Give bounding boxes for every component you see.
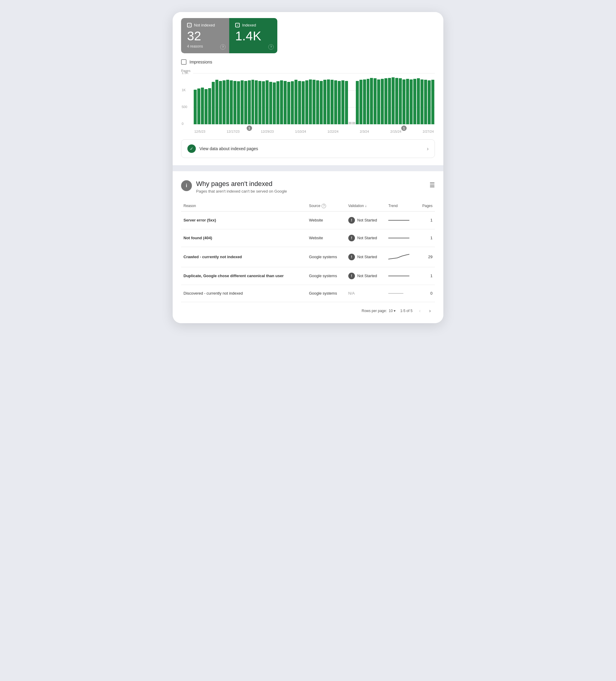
prev-page-button[interactable]: ‹ bbox=[417, 307, 422, 315]
validation-icon-3: ! bbox=[348, 273, 355, 279]
bar-57 bbox=[399, 78, 402, 124]
impressions-row: Impressions bbox=[181, 59, 435, 65]
grid-label-0: 0 bbox=[182, 122, 183, 125]
bar-17 bbox=[255, 80, 258, 124]
bar-9 bbox=[226, 80, 229, 124]
reason-cell-1: Not found (404) bbox=[181, 229, 307, 247]
bar-20 bbox=[265, 80, 268, 124]
trend-cell-2 bbox=[386, 247, 417, 267]
chart-y-label: Pages bbox=[181, 69, 435, 73]
bar-2 bbox=[201, 87, 204, 124]
info-circle-icon: i bbox=[181, 180, 192, 191]
next-page-button[interactable]: › bbox=[428, 307, 433, 315]
not-indexed-checkbox[interactable] bbox=[187, 23, 191, 27]
bar-14 bbox=[244, 81, 247, 125]
bar-18 bbox=[258, 81, 261, 125]
col-trend: Trend bbox=[386, 201, 417, 211]
bar-54 bbox=[388, 78, 391, 125]
validation-cell-0: !Not Started bbox=[346, 211, 386, 229]
indexed-checkbox[interactable] bbox=[235, 23, 240, 27]
x-label-7: 2/27/24 bbox=[422, 130, 434, 133]
bar-51 bbox=[377, 79, 380, 125]
bar-66 bbox=[431, 80, 434, 124]
bar-55 bbox=[392, 77, 394, 124]
col-reason: Reason bbox=[181, 201, 307, 211]
bar-25 bbox=[284, 81, 287, 125]
impressions-checkbox[interactable] bbox=[181, 59, 186, 65]
not-indexed-help-icon[interactable]: ? bbox=[220, 44, 226, 50]
grid-label-1k: 1K bbox=[182, 88, 186, 92]
trend-cell-1 bbox=[386, 229, 417, 247]
not-indexed-tab[interactable]: Not indexed 32 4 reasons ? bbox=[181, 18, 229, 53]
indexed-count: 1.4K bbox=[235, 29, 270, 43]
bar-44 bbox=[352, 122, 355, 125]
page-info: 1-5 of 5 bbox=[400, 309, 413, 313]
validation-icon-0: ! bbox=[348, 217, 355, 224]
rows-per-page: Rows per page: 10 ▾ bbox=[362, 309, 395, 313]
not-indexed-count: 32 bbox=[187, 29, 222, 43]
validation-cell-3: !Not Started bbox=[346, 267, 386, 285]
source-cell-0: Website bbox=[307, 211, 346, 229]
view-data-text: View data about indexed pages bbox=[199, 146, 258, 151]
bar-65 bbox=[428, 80, 431, 124]
bar-35 bbox=[320, 81, 323, 125]
rows-per-page-dropdown-icon: ▾ bbox=[394, 309, 395, 313]
bar-48 bbox=[367, 79, 370, 124]
x-label-1: 12/17/23 bbox=[227, 130, 240, 133]
bar-30 bbox=[302, 81, 305, 124]
table-row: Crawled - currently not indexedGoogle sy… bbox=[181, 247, 435, 267]
x-label-2: 12/29/23 bbox=[261, 130, 274, 133]
rows-per-page-value: 10 bbox=[389, 309, 392, 313]
section-title-block: Why pages aren't indexed Pages that aren… bbox=[196, 180, 287, 194]
bar-22 bbox=[273, 82, 276, 124]
bar-40 bbox=[338, 81, 341, 125]
pages-cell-4: 0 bbox=[417, 285, 435, 302]
trend-flat-icon bbox=[388, 217, 409, 223]
bar-61 bbox=[413, 79, 416, 124]
validation-cell-4: N/A bbox=[346, 285, 386, 302]
grid-label-15k: 1.5K bbox=[182, 71, 188, 75]
x-label-0: 12/5/23 bbox=[194, 130, 205, 133]
not-indexed-sub: 4 reasons bbox=[187, 44, 222, 48]
sort-arrow-icon[interactable]: ↓ bbox=[365, 204, 367, 208]
data-table: Reason Source ? Validation ↓ Trend Pages bbox=[181, 201, 435, 302]
section-header: i Why pages aren't indexed Pages that ar… bbox=[181, 180, 435, 194]
section-title: Why pages aren't indexed bbox=[196, 180, 287, 188]
bars-wrapper: 11 bbox=[193, 73, 435, 124]
view-data-link[interactable]: ✓ View data about indexed pages › bbox=[181, 139, 435, 158]
bar-36 bbox=[323, 80, 326, 124]
not-started-text-1: Not Started bbox=[357, 236, 377, 240]
index-tabs: Not indexed 32 4 reasons ? Indexed 1.4K … bbox=[181, 18, 435, 53]
source-help-icon[interactable]: ? bbox=[322, 204, 326, 208]
bar-4 bbox=[208, 88, 211, 125]
col-validation: Validation ↓ bbox=[346, 201, 386, 211]
pages-cell-0: 1 bbox=[417, 211, 435, 229]
bar-49 bbox=[370, 78, 373, 125]
bar-23 bbox=[276, 81, 279, 124]
indexed-tab[interactable]: Indexed 1.4K ? bbox=[229, 18, 277, 53]
bar-26 bbox=[287, 82, 290, 124]
bar-34 bbox=[316, 80, 319, 124]
main-container: Not indexed 32 4 reasons ? Indexed 1.4K … bbox=[173, 12, 443, 323]
table-row: Not found (404)Website!Not Started1 bbox=[181, 229, 435, 247]
bar-52 bbox=[381, 79, 384, 124]
bar-0 bbox=[194, 90, 197, 125]
source-cell-4: Google systems bbox=[307, 285, 346, 302]
x-labels: 12/5/2312/17/2312/29/231/10/241/22/242/3… bbox=[193, 130, 435, 133]
bar-38 bbox=[331, 80, 334, 124]
rows-per-page-select[interactable]: 10 ▾ bbox=[389, 309, 395, 313]
trend-flat-icon bbox=[388, 235, 409, 241]
bar-10 bbox=[230, 80, 233, 124]
na-text-4: N/A bbox=[348, 291, 355, 296]
not-started-text-2: Not Started bbox=[357, 255, 377, 259]
indexed-help-icon[interactable]: ? bbox=[268, 44, 274, 50]
reason-cell-3: Duplicate, Google chose different canoni… bbox=[181, 267, 307, 285]
filter-icon[interactable]: ☰ bbox=[430, 181, 435, 189]
top-card: Not indexed 32 4 reasons ? Indexed 1.4K … bbox=[173, 12, 443, 165]
chart-container: 1.5K 1K 500 0 11 12/5/23 bbox=[181, 73, 435, 133]
trend-cell-4 bbox=[386, 285, 417, 302]
bar-31 bbox=[305, 80, 308, 124]
bar-32 bbox=[309, 79, 312, 125]
trend-up-icon bbox=[388, 252, 409, 261]
bar-63 bbox=[420, 79, 424, 125]
